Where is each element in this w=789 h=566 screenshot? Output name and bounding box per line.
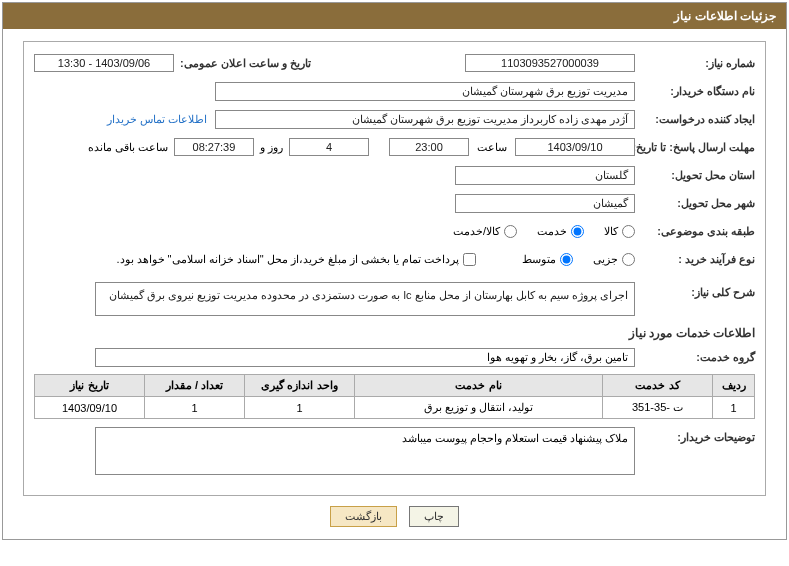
th-name: نام خدمت <box>355 375 603 397</box>
overall-desc: اجرای پروژه سیم به کابل بهارستان از محل … <box>95 282 635 316</box>
days-word: روز و <box>260 141 283 154</box>
th-qty: تعداد / مقدار <box>145 375 245 397</box>
main-container: جزئیات اطلاعات نیاز شماره نیاز: 11030935… <box>2 2 787 540</box>
buyer-desc-label: توضیحات خریدار: <box>635 427 755 444</box>
province-label: استان محل تحویل: <box>635 169 755 182</box>
city-label: شهر محل تحویل: <box>635 197 755 210</box>
requester: آژدر مهدی زاده کاربرداز مدیریت توزیع برق… <box>215 110 635 129</box>
radio-goods[interactable] <box>622 225 635 238</box>
th-code: کد خدمت <box>603 375 713 397</box>
overall-label: شرح کلی نیاز: <box>635 282 755 299</box>
service-group-label: گروه خدمت: <box>635 351 755 364</box>
services-table: ردیف کد خدمت نام خدمت واحد اندازه گیری ت… <box>34 374 755 419</box>
announce-value: 1403/09/06 - 13:30 <box>34 54 174 72</box>
treasury-checkbox[interactable] <box>463 253 476 266</box>
footer-buttons: چاپ بازگشت <box>3 506 786 527</box>
th-unit: واحد اندازه گیری <box>245 375 355 397</box>
radio-both[interactable] <box>504 225 517 238</box>
deadline-time: 23:00 <box>389 138 469 156</box>
category-label: طبقه بندی موضوعی: <box>635 225 755 238</box>
radio-medium[interactable] <box>560 253 573 266</box>
service-group: تامین برق، گاز، بخار و تهویه هوا <box>95 348 635 367</box>
print-button[interactable]: چاپ <box>409 506 459 527</box>
back-button[interactable]: بازگشت <box>330 506 397 527</box>
time-label: ساعت <box>477 141 507 154</box>
province: گلستان <box>455 166 635 185</box>
requester-label: ایجاد کننده درخواست: <box>635 113 755 126</box>
details-panel: شماره نیاز: 1103093527000039 تاریخ و ساع… <box>23 41 766 496</box>
page-title: جزئیات اطلاعات نیاز <box>3 3 786 29</box>
requirement-no-label: شماره نیاز: <box>635 57 755 70</box>
purchase-type-label: نوع فرآیند خرید : <box>635 253 755 266</box>
deadline-label: مهلت ارسال پاسخ: تا تاریخ: <box>635 141 755 154</box>
table-row: 1 ت -35-351 تولید، انتقال و توزیع برق 1 … <box>35 397 755 419</box>
th-row: ردیف <box>713 375 755 397</box>
buyer-org: مدیریت توزیع برق شهرستان گمیشان <box>215 82 635 101</box>
contact-link[interactable]: اطلاعات تماس خریدار <box>107 113 207 126</box>
th-date: تاریخ نیاز <box>35 375 145 397</box>
time-remaining: 08:27:39 <box>174 138 254 156</box>
radio-service[interactable] <box>571 225 584 238</box>
days-remaining: 4 <box>289 138 369 156</box>
treasury-note: پرداخت تمام یا بخشی از مبلغ خرید،از محل … <box>116 253 459 266</box>
city: گمیشان <box>455 194 635 213</box>
requirement-no: 1103093527000039 <box>465 54 635 72</box>
buyer-desc: ملاک پیشنهاد قیمت استعلام واحجام پیوست م… <box>95 427 635 475</box>
services-section-title: اطلاعات خدمات مورد نیاز <box>34 326 755 340</box>
radio-minor[interactable] <box>622 253 635 266</box>
announce-label: تاریخ و ساعت اعلان عمومی: <box>174 57 311 70</box>
deadline-date: 1403/09/10 <box>515 138 635 156</box>
buyer-org-label: نام دستگاه خریدار: <box>635 85 755 98</box>
remaining-suffix: ساعت باقی مانده <box>88 141 168 154</box>
